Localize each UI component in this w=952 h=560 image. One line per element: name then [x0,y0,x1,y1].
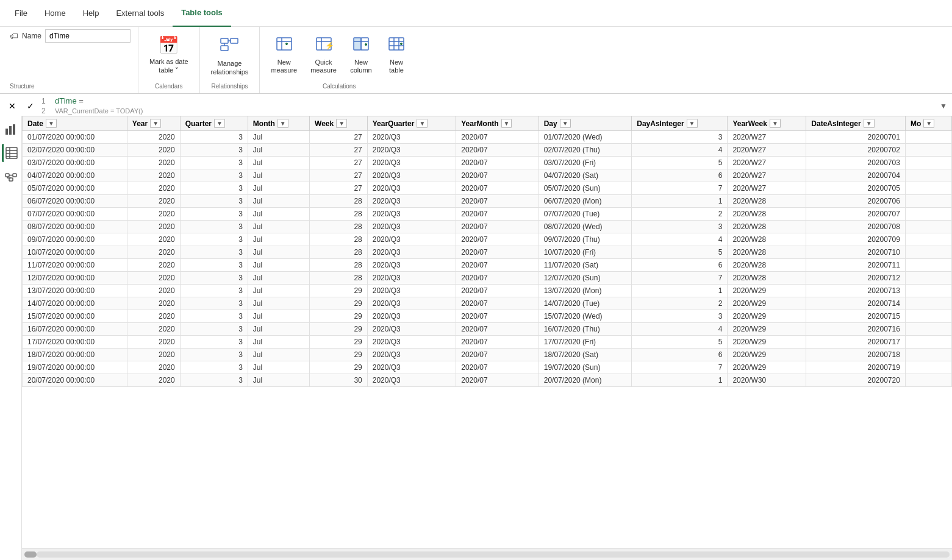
new-table-label: Newtable [389,58,404,74]
svg-rect-1 [231,38,238,43]
col-header-quarter: Quarter ▼ [180,116,248,119]
name-label: Name [22,32,41,40]
table-name-input[interactable] [45,29,131,43]
formula-line-2: 2 [41,107,51,115]
col-header-day: Day ▼ [539,116,632,119]
new-table-button[interactable]: Newtable [379,33,413,77]
manage-relationships-label: Managerelationships [211,60,249,76]
quick-measure-label: Quickmeasure [310,58,337,74]
relationships-icon [220,34,239,57]
col-header-week: Week ▼ [310,116,368,119]
quick-measure-icon: ⚡ [314,35,334,56]
left-panel [0,116,22,118]
new-measure-button[interactable]: Newmeasure [265,33,303,77]
structure-section: 🏷 Name Structure [2,27,138,93]
calendar-icon: 📅 [158,35,179,55]
col-header-year: Year ▼ [127,116,180,119]
col-header-mo: Mo ▼ [905,116,951,119]
col-header-yearquarter: YearQuarter ▼ [367,116,456,119]
new-column-label: Newcolumn [350,58,371,74]
data-table: Date ▼ Year ▼ Quarter ▼ Month ▼ Week ▼ Y… [22,116,952,118]
menu-table-tools[interactable]: Table tools [173,0,231,27]
new-measure-icon [274,35,294,56]
new-measure-label: Newmeasure [271,58,297,74]
mark-as-date-table-button[interactable]: 📅 Mark as datetable ˅ [143,33,195,77]
quick-measure-button[interactable]: ⚡ Quickmeasure [304,33,343,77]
menu-help[interactable]: Help [74,0,108,27]
formula-bar: ✕ ✓ 1 dTime = 2 VAR_CurrentDate = TODAY(… [0,94,952,118]
col-header-yearmonth: YearMonth ▼ [456,116,539,119]
menu-home[interactable]: Home [36,0,74,27]
new-column-icon [351,35,371,56]
svg-rect-14 [354,38,361,50]
svg-text:⚡: ⚡ [325,41,334,50]
svg-rect-3 [221,46,228,51]
menu-external-tools[interactable]: External tools [107,0,173,27]
col-header-month: Month ▼ [248,116,309,119]
relationships-label: Relationships [211,80,248,91]
menu-file[interactable]: File [6,0,36,27]
menu-bar: File Home Help External tools Table tool… [0,0,952,27]
col-header-date: Date ▼ [23,116,127,119]
calculations-section: Newmeasure ⚡ Quickmeasure [260,27,418,93]
formula-expand-button[interactable]: ▼ [940,102,947,110]
new-column-button[interactable]: Newcolumn [344,33,378,77]
formula-cancel-button[interactable]: ✕ [5,99,20,113]
formula-confirm-button[interactable]: ✓ [23,99,38,113]
new-table-icon [387,35,406,56]
main-table-area: Date ▼ Year ▼ Quarter ▼ Month ▼ Week ▼ Y… [22,116,952,118]
calendars-section: 📅 Mark as datetable ˅ Calendars [138,27,200,93]
svg-rect-0 [221,38,228,43]
formula-sub-expression: VAR_CurrentDate = TODAY() [55,107,143,115]
calculations-label: Calculations [323,80,356,91]
svg-rect-5 [277,38,292,50]
calendars-label: Calendars [155,80,183,91]
structure-label: Structure [10,80,131,91]
ribbon: 🏷 Name Structure 📅 Mark as datetable ˅ C… [0,27,952,94]
manage-relationships-button[interactable]: Managerelationships [205,31,255,78]
formula-expression[interactable]: dTime = [55,96,936,105]
col-header-yearweek: YearWeek ▼ [728,116,806,119]
table-header-row: Date ▼ Year ▼ Quarter ▼ Month ▼ Week ▼ Y… [23,116,952,119]
tag-icon: 🏷 [10,31,18,41]
formula-line-1: 1 [41,97,51,105]
mark-as-date-label: Mark as datetable ˅ [149,58,188,74]
relationships-section: Managerelationships Relationships [200,27,260,93]
col-header-dateasinteger: DateAsInteger ▼ [806,116,906,119]
col-header-dayasinteger: DayAsInteger ▼ [632,116,728,119]
